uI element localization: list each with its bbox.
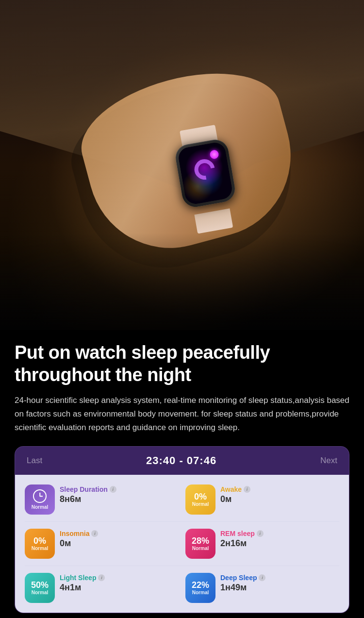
sleep-duration-title: Sleep Duration i: [60, 485, 179, 493]
insomnia-info-icon[interactable]: i: [91, 530, 98, 537]
sleep-card-body: Normal Sleep Duration i 8н6м 0%: [15, 475, 349, 613]
page-headline: Put on watch sleep peacefully throughout…: [15, 342, 349, 386]
sleep-card: Last 23:40 - 07:46 Next Normal S: [15, 446, 349, 613]
prev-nav-button[interactable]: Last: [27, 456, 42, 466]
metrics-row-3: 50% Normal Light Sleep i 4н1м: [25, 566, 339, 603]
watch-screen-content: [177, 141, 233, 205]
page-wrapper: Put on watch sleep peacefully throughout…: [0, 0, 364, 618]
rem-badge: 28% Normal: [185, 529, 215, 559]
light-sleep-title: Light Sleep i: [60, 574, 179, 582]
metric-sleep-duration: Normal Sleep Duration i 8н6м: [25, 484, 179, 515]
watch-visual: [174, 136, 249, 221]
metric-rem: 28% Normal REM sleep i 2н16м: [185, 529, 339, 559]
awake-value: 0м: [220, 494, 339, 504]
light-sleep-pct: 50%: [31, 581, 49, 589]
watch-screen: [177, 141, 233, 205]
insomnia-pct: 0%: [33, 536, 46, 545]
deep-sleep-info-icon[interactable]: i: [259, 574, 265, 581]
light-sleep-info: Light Sleep i 4н1м: [60, 573, 179, 593]
clock-icon: [33, 489, 47, 503]
light-sleep-info-icon[interactable]: i: [98, 574, 105, 581]
insomnia-title: Insomnia i: [60, 530, 179, 537]
awake-pct: 0%: [194, 492, 207, 501]
awake-badge: 0% Normal: [185, 484, 215, 515]
rem-value: 2н16м: [220, 538, 339, 549]
metrics-row-1: Normal Sleep Duration i 8н6м 0%: [25, 484, 339, 522]
sleep-duration-info-icon[interactable]: i: [110, 486, 116, 493]
metric-light-sleep: 50% Normal Light Sleep i 4н1м: [25, 573, 179, 603]
metrics-row-2: 0% Normal Insomnia i 0м: [25, 522, 339, 566]
deep-sleep-pct: 22%: [192, 581, 209, 589]
insomnia-info: Insomnia i 0м: [60, 529, 179, 549]
watch-body: [174, 137, 237, 209]
sleep-duration-info: Sleep Duration i 8н6м: [60, 484, 179, 504]
metric-insomnia: 0% Normal Insomnia i 0м: [25, 529, 179, 559]
sleep-card-header: Last 23:40 - 07:46 Next: [15, 447, 349, 475]
light-sleep-value: 4н1м: [60, 583, 179, 593]
awake-info-icon[interactable]: i: [244, 486, 250, 493]
next-nav-button[interactable]: Next: [320, 456, 337, 466]
hero-section: [0, 0, 364, 330]
rem-title: REM sleep i: [220, 530, 339, 537]
light-sleep-badge-label: Normal: [32, 590, 48, 595]
page-description: 24-hour scientific sleep analysis system…: [15, 394, 349, 434]
insomnia-value: 0м: [60, 538, 179, 549]
awake-badge-label: Normal: [192, 502, 209, 507]
rem-pct: 28%: [192, 536, 209, 545]
light-sleep-badge: 50% Normal: [25, 573, 55, 603]
deep-sleep-badge: 22% Normal: [185, 573, 215, 603]
sleep-duration-value: 8н6м: [60, 494, 179, 504]
hero-fade: [0, 233, 364, 330]
deep-sleep-title: Deep Sleep i: [220, 574, 339, 582]
insomnia-badge: 0% Normal: [25, 529, 55, 559]
sleep-duration-badge-label: Normal: [32, 505, 48, 510]
awake-title: Awake i: [220, 485, 339, 493]
watch-moon-icon: [190, 155, 218, 184]
deep-sleep-info: Deep Sleep i 1н49м: [220, 573, 339, 593]
rem-badge-label: Normal: [192, 546, 209, 551]
deep-sleep-badge-label: Normal: [192, 590, 209, 595]
rem-info-icon[interactable]: i: [257, 530, 264, 537]
deep-sleep-value: 1н49м: [220, 583, 339, 593]
content-section: Put on watch sleep peacefully throughout…: [0, 330, 364, 613]
metric-deep-sleep: 22% Normal Deep Sleep i 1н49м: [185, 573, 339, 603]
metric-awake: 0% Normal Awake i 0м: [185, 484, 339, 515]
watch-indicator: [209, 150, 219, 160]
insomnia-badge-label: Normal: [32, 546, 48, 551]
rem-info: REM sleep i 2н16м: [220, 529, 339, 549]
awake-info: Awake i 0м: [220, 484, 339, 504]
sleep-duration-badge: Normal: [25, 484, 55, 515]
sleep-time-range: 23:40 - 07:46: [146, 454, 216, 467]
